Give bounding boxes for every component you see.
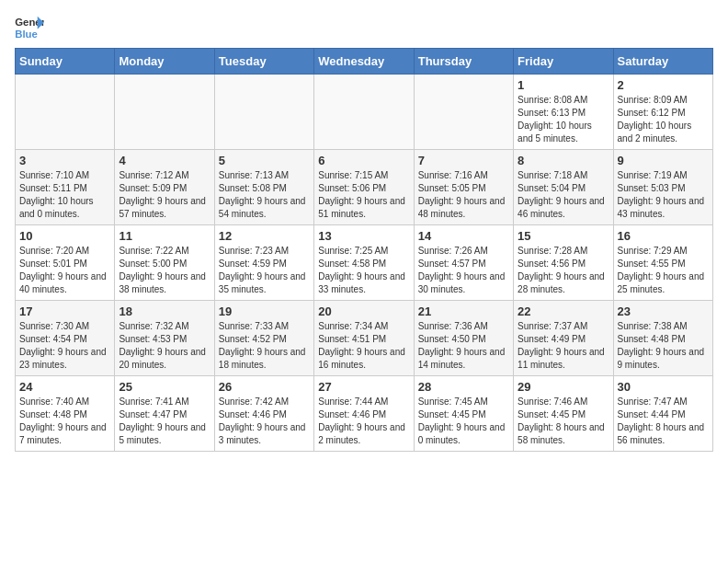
- calendar-cell: 1Sunrise: 8:08 AM Sunset: 6:13 PM Daylig…: [514, 75, 613, 150]
- calendar-cell: 17Sunrise: 7:30 AM Sunset: 4:54 PM Dayli…: [16, 301, 115, 376]
- calendar-cell: 5Sunrise: 7:13 AM Sunset: 5:08 PM Daylig…: [214, 150, 313, 225]
- day-info: Sunrise: 7:30 AM Sunset: 4:54 PM Dayligh…: [19, 320, 110, 372]
- day-number: 26: [219, 380, 310, 394]
- calendar-cell: 7Sunrise: 7:16 AM Sunset: 5:05 PM Daylig…: [414, 150, 513, 225]
- calendar-cell: 12Sunrise: 7:23 AM Sunset: 4:59 PM Dayli…: [214, 225, 313, 301]
- column-header-monday: Monday: [115, 49, 214, 75]
- calendar-cell: 11Sunrise: 7:22 AM Sunset: 5:00 PM Dayli…: [115, 225, 214, 301]
- column-header-wednesday: Wednesday: [314, 49, 414, 75]
- day-number: 10: [19, 229, 110, 243]
- day-number: 7: [418, 154, 509, 167]
- header: General Blue: [15, 15, 713, 40]
- day-number: 29: [518, 380, 609, 394]
- calendar-cell: 19Sunrise: 7:33 AM Sunset: 4:52 PM Dayli…: [214, 301, 313, 376]
- day-number: 15: [518, 229, 609, 243]
- calendar-cell: 15Sunrise: 7:28 AM Sunset: 4:56 PM Dayli…: [514, 225, 613, 301]
- day-info: Sunrise: 7:12 AM Sunset: 5:09 PM Dayligh…: [119, 169, 210, 221]
- day-info: Sunrise: 7:16 AM Sunset: 5:05 PM Dayligh…: [418, 169, 509, 221]
- day-number: 23: [618, 304, 709, 318]
- day-info: Sunrise: 7:40 AM Sunset: 4:48 PM Dayligh…: [19, 396, 110, 447]
- column-header-friday: Friday: [514, 49, 613, 75]
- day-number: 17: [19, 304, 110, 318]
- calendar-cell: 29Sunrise: 7:46 AM Sunset: 4:45 PM Dayli…: [514, 376, 613, 452]
- calendar-cell: 3Sunrise: 7:10 AM Sunset: 5:11 PM Daylig…: [16, 150, 115, 225]
- day-number: 5: [219, 154, 310, 167]
- day-number: 20: [318, 304, 409, 318]
- day-number: 18: [119, 304, 210, 318]
- day-info: Sunrise: 7:26 AM Sunset: 4:57 PM Dayligh…: [418, 245, 509, 296]
- day-info: Sunrise: 7:18 AM Sunset: 5:04 PM Dayligh…: [518, 169, 609, 221]
- day-info: Sunrise: 7:19 AM Sunset: 5:03 PM Dayligh…: [618, 169, 709, 221]
- calendar-cell: 18Sunrise: 7:32 AM Sunset: 4:53 PM Dayli…: [115, 301, 214, 376]
- day-info: Sunrise: 7:33 AM Sunset: 4:52 PM Dayligh…: [219, 320, 310, 372]
- day-number: 1: [518, 78, 609, 92]
- calendar-cell: [115, 75, 214, 150]
- day-number: 21: [418, 304, 509, 318]
- calendar-cell: 6Sunrise: 7:15 AM Sunset: 5:06 PM Daylig…: [314, 150, 414, 225]
- day-info: Sunrise: 7:36 AM Sunset: 4:50 PM Dayligh…: [418, 320, 509, 372]
- calendar-cell: 10Sunrise: 7:20 AM Sunset: 5:01 PM Dayli…: [16, 225, 115, 301]
- day-info: Sunrise: 7:37 AM Sunset: 4:49 PM Dayligh…: [518, 320, 609, 372]
- calendar-row-3: 17Sunrise: 7:30 AM Sunset: 4:54 PM Dayli…: [16, 301, 713, 376]
- calendar-row-4: 24Sunrise: 7:40 AM Sunset: 4:48 PM Dayli…: [16, 376, 713, 452]
- day-number: 9: [618, 154, 709, 167]
- day-info: Sunrise: 7:23 AM Sunset: 4:59 PM Dayligh…: [219, 245, 310, 296]
- calendar-cell: 13Sunrise: 7:25 AM Sunset: 4:58 PM Dayli…: [314, 225, 414, 301]
- day-info: Sunrise: 7:46 AM Sunset: 4:45 PM Dayligh…: [518, 396, 609, 447]
- day-number: 13: [318, 229, 409, 243]
- column-header-saturday: Saturday: [613, 49, 712, 75]
- calendar-cell: [314, 75, 414, 150]
- day-info: Sunrise: 7:45 AM Sunset: 4:45 PM Dayligh…: [418, 396, 509, 447]
- calendar-row-2: 10Sunrise: 7:20 AM Sunset: 5:01 PM Dayli…: [16, 225, 713, 301]
- day-info: Sunrise: 7:15 AM Sunset: 5:06 PM Dayligh…: [318, 169, 409, 221]
- calendar-cell: 8Sunrise: 7:18 AM Sunset: 5:04 PM Daylig…: [514, 150, 613, 225]
- calendar-cell: [214, 75, 313, 150]
- calendar-cell: 27Sunrise: 7:44 AM Sunset: 4:46 PM Dayli…: [314, 376, 414, 452]
- day-info: Sunrise: 7:44 AM Sunset: 4:46 PM Dayligh…: [318, 396, 409, 447]
- day-number: 16: [618, 229, 709, 243]
- day-info: Sunrise: 7:29 AM Sunset: 4:55 PM Dayligh…: [618, 245, 709, 296]
- day-info: Sunrise: 7:38 AM Sunset: 4:48 PM Dayligh…: [618, 320, 709, 372]
- day-number: 19: [219, 304, 310, 318]
- calendar-table: SundayMondayTuesdayWednesdayThursdayFrid…: [15, 48, 713, 452]
- calendar-cell: [414, 75, 513, 150]
- calendar-cell: 2Sunrise: 8:09 AM Sunset: 6:12 PM Daylig…: [613, 75, 712, 150]
- day-info: Sunrise: 7:20 AM Sunset: 5:01 PM Dayligh…: [19, 245, 110, 296]
- day-number: 4: [119, 154, 210, 167]
- day-number: 6: [318, 154, 409, 167]
- calendar-cell: 25Sunrise: 7:41 AM Sunset: 4:47 PM Dayli…: [115, 376, 214, 452]
- day-number: 11: [119, 229, 210, 243]
- day-number: 28: [418, 380, 509, 394]
- calendar-cell: 9Sunrise: 7:19 AM Sunset: 5:03 PM Daylig…: [613, 150, 712, 225]
- day-info: Sunrise: 7:32 AM Sunset: 4:53 PM Dayligh…: [119, 320, 210, 372]
- day-info: Sunrise: 7:28 AM Sunset: 4:56 PM Dayligh…: [518, 245, 609, 296]
- day-info: Sunrise: 7:13 AM Sunset: 5:08 PM Dayligh…: [219, 169, 310, 221]
- calendar-row-1: 3Sunrise: 7:10 AM Sunset: 5:11 PM Daylig…: [16, 150, 713, 225]
- day-number: 22: [518, 304, 609, 318]
- calendar-cell: 26Sunrise: 7:42 AM Sunset: 4:46 PM Dayli…: [214, 376, 313, 452]
- day-number: 30: [618, 380, 709, 394]
- day-number: 14: [418, 229, 509, 243]
- day-info: Sunrise: 7:25 AM Sunset: 4:58 PM Dayligh…: [318, 245, 409, 296]
- day-number: 25: [119, 380, 210, 394]
- logo: General Blue: [15, 15, 44, 40]
- logo-icon: General Blue: [15, 15, 44, 40]
- calendar-cell: 4Sunrise: 7:12 AM Sunset: 5:09 PM Daylig…: [115, 150, 214, 225]
- day-info: Sunrise: 7:10 AM Sunset: 5:11 PM Dayligh…: [19, 169, 110, 221]
- calendar-cell: 21Sunrise: 7:36 AM Sunset: 4:50 PM Dayli…: [414, 301, 513, 376]
- calendar-cell: [16, 75, 115, 150]
- day-number: 12: [219, 229, 310, 243]
- column-header-thursday: Thursday: [414, 49, 513, 75]
- day-number: 3: [19, 154, 110, 167]
- svg-text:Blue: Blue: [15, 29, 38, 40]
- day-info: Sunrise: 7:34 AM Sunset: 4:51 PM Dayligh…: [318, 320, 409, 372]
- day-number: 27: [318, 380, 409, 394]
- day-number: 2: [618, 78, 709, 92]
- calendar-row-0: 1Sunrise: 8:08 AM Sunset: 6:13 PM Daylig…: [16, 75, 713, 150]
- calendar-cell: 22Sunrise: 7:37 AM Sunset: 4:49 PM Dayli…: [514, 301, 613, 376]
- day-info: Sunrise: 7:42 AM Sunset: 4:46 PM Dayligh…: [219, 396, 310, 447]
- calendar-cell: 30Sunrise: 7:47 AM Sunset: 4:44 PM Dayli…: [613, 376, 712, 452]
- calendar-cell: 24Sunrise: 7:40 AM Sunset: 4:48 PM Dayli…: [16, 376, 115, 452]
- calendar-cell: 14Sunrise: 7:26 AM Sunset: 4:57 PM Dayli…: [414, 225, 513, 301]
- day-number: 8: [518, 154, 609, 167]
